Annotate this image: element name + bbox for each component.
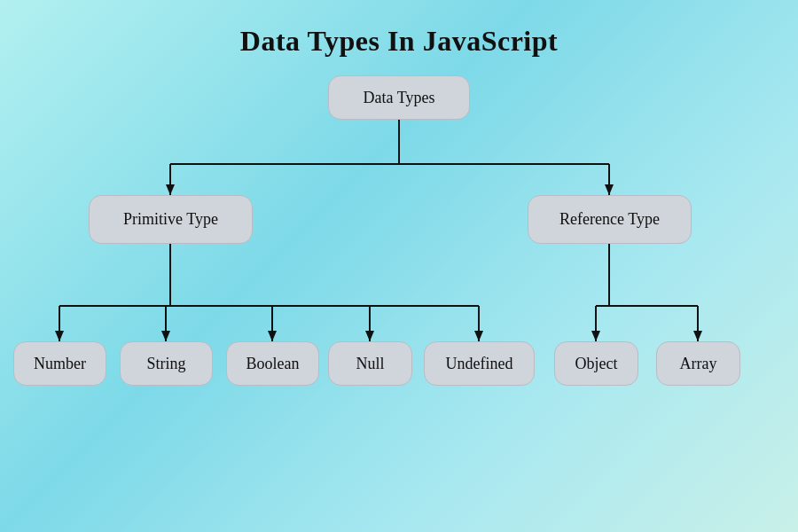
node-primitive: Primitive Type [89, 195, 253, 244]
node-boolean: Boolean [226, 341, 319, 386]
node-array: Array [656, 341, 740, 386]
node-object: Object [554, 341, 638, 386]
svg-marker-22 [591, 331, 600, 341]
svg-marker-6 [605, 184, 614, 195]
svg-marker-3 [166, 184, 175, 195]
node-reference: Reference Type [528, 195, 692, 244]
page-title: Data Types In JavaScript [240, 25, 558, 58]
node-null: Null [328, 341, 412, 386]
connector-lines [0, 58, 798, 532]
svg-marker-12 [161, 331, 170, 341]
svg-marker-14 [268, 331, 277, 341]
node-undefined: Undefined [424, 341, 535, 386]
diagram: Data Types Primitive Type Reference Type… [0, 58, 798, 532]
svg-marker-18 [474, 331, 483, 341]
svg-marker-10 [55, 331, 64, 341]
svg-marker-24 [693, 331, 702, 341]
node-number: Number [13, 341, 106, 386]
svg-marker-16 [365, 331, 374, 341]
node-string: String [120, 341, 213, 386]
node-root: Data Types [328, 75, 470, 120]
